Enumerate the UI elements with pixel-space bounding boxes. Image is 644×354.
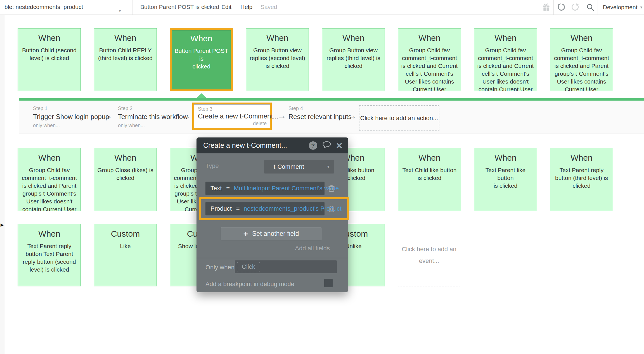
add-event-button[interactable]: Click here to add an event... bbox=[398, 224, 460, 286]
plus-icon: + bbox=[243, 230, 248, 238]
workflow-caret-icon[interactable]: ▾ bbox=[205, 5, 207, 10]
help-icon[interactable]: ? bbox=[309, 141, 317, 150]
workflow-steps-panel: Step 1 Trigger Show login popup only whe… bbox=[19, 101, 644, 134]
event-card-r2c7[interactable]: When Text Parent like button is clicked bbox=[474, 148, 537, 211]
event-card-r2c1[interactable]: When Group Child fav comment_t-comment i… bbox=[18, 148, 81, 211]
top-bar: ble: nestedcomments_product ▾ Button Par… bbox=[0, 0, 644, 15]
app-title[interactable]: ble: nestedcomments_product bbox=[4, 4, 83, 10]
trash-icon[interactable] bbox=[328, 205, 335, 214]
step-arrow-icon: → bbox=[182, 111, 191, 121]
event-card-r3c1[interactable]: When Text Parent reply button Text Paren… bbox=[18, 224, 81, 286]
event-card-r1c2[interactable]: When Button Child REPLY (third level) is… bbox=[94, 28, 157, 91]
event-card-r2c8[interactable]: When Text Parent reply button (third lev… bbox=[550, 148, 613, 211]
left-edge-strip bbox=[0, 15, 5, 354]
step-arrow-icon: → bbox=[103, 111, 112, 121]
popup-title: Create a new t-Comment... bbox=[203, 141, 309, 149]
sidebar-expand-arrow-icon[interactable]: ▶ bbox=[1, 222, 4, 227]
step-4[interactable]: Step 4 Reset relevant inputs bbox=[288, 106, 351, 121]
step-arrow-icon: → bbox=[277, 111, 286, 121]
event-card-r1c7[interactable]: When Group Child fav comment_t-comment i… bbox=[474, 28, 537, 91]
event-card-r2c2[interactable]: When Group Close (likes) is clicked bbox=[94, 148, 157, 211]
topbar-divider bbox=[132, 0, 132, 15]
breakpoint-label: Add a breakpoint in debug mode bbox=[205, 281, 294, 288]
event-card-r1c1[interactable]: When Button Child (second level) is clic… bbox=[18, 28, 81, 91]
action-editor-popup: Create a new t-Comment... ? × Type t-Com… bbox=[196, 137, 348, 292]
event-card-r1c5[interactable]: When Group Button view replies (third le… bbox=[322, 28, 385, 91]
step-3-highlighted[interactable]: Step 3 Create a new t-Comment... delete bbox=[192, 103, 272, 130]
menu-edit[interactable]: Edit bbox=[221, 4, 231, 10]
step-1[interactable]: Step 1 Trigger Show login popup only whe… bbox=[33, 106, 109, 129]
workflow-green-bar bbox=[19, 98, 644, 101]
add-all-fields-link[interactable]: Add all fields bbox=[205, 245, 330, 252]
only-when-input[interactable]: Click bbox=[235, 260, 337, 273]
trash-icon[interactable] bbox=[328, 184, 335, 193]
set-another-field-button[interactable]: + Set another field bbox=[221, 227, 321, 240]
selected-event-pointer bbox=[196, 93, 207, 98]
redo-icon[interactable] bbox=[568, 0, 583, 15]
add-action-button[interactable]: Click here to add an action... bbox=[359, 105, 439, 131]
step-arrow-icon: → bbox=[348, 111, 357, 121]
event-card-r1c6[interactable]: When Group Child fav comment_t-comment i… bbox=[398, 28, 461, 91]
environment-dropdown[interactable]: Development ▾ bbox=[598, 4, 644, 11]
event-card-r1c3-selected[interactable]: When Button Parent POST is clicked bbox=[170, 28, 233, 91]
topbar-divider bbox=[215, 0, 215, 15]
topbar-right-group: Development ▾ bbox=[539, 0, 644, 15]
undo-icon[interactable] bbox=[554, 0, 568, 15]
event-card-r3c2[interactable]: Custom Like bbox=[94, 224, 157, 286]
breakpoint-checkbox[interactable] bbox=[324, 279, 333, 287]
popup-divider bbox=[196, 258, 348, 258]
chevron-down-icon: ▾ bbox=[327, 160, 330, 174]
event-card-r1c4[interactable]: When Group Button view replies (second l… bbox=[246, 28, 309, 91]
workflow-dropdown[interactable]: Button Parent POST is clicked bbox=[140, 4, 219, 10]
click-chip[interactable]: Click bbox=[237, 262, 260, 272]
comment-bubble-icon[interactable] bbox=[322, 141, 332, 150]
app-title-caret-icon[interactable]: ▾ bbox=[119, 8, 121, 13]
step-delete-link[interactable]: delete bbox=[253, 121, 267, 127]
field-row-text[interactable]: Text = MultilineInput Parent Comment's v… bbox=[205, 182, 325, 195]
close-icon[interactable]: × bbox=[336, 141, 342, 150]
popup-header[interactable]: Create a new t-Comment... ? × bbox=[196, 137, 348, 153]
event-card-r2c6[interactable]: When Text Child like button is clicked bbox=[398, 148, 461, 211]
event-card-r1c8[interactable]: When Group Child fav comment_t-comment i… bbox=[550, 28, 613, 91]
menu-help[interactable]: Help bbox=[240, 4, 252, 10]
save-status: Saved bbox=[261, 4, 277, 10]
search-icon[interactable] bbox=[583, 0, 598, 15]
only-when-label: Only when bbox=[205, 264, 235, 271]
step-2[interactable]: Step 2 Terminate this workflow only when… bbox=[118, 106, 188, 129]
field-row-product[interactable]: Product = nestedcomments_product's Produ… bbox=[205, 202, 325, 215]
type-select[interactable]: t-Comment ▾ bbox=[264, 160, 334, 174]
environment-caret-icon: ▾ bbox=[640, 5, 642, 10]
gift-icon[interactable] bbox=[539, 0, 553, 15]
type-label: Type bbox=[205, 162, 219, 170]
environment-label: Development bbox=[603, 4, 638, 11]
